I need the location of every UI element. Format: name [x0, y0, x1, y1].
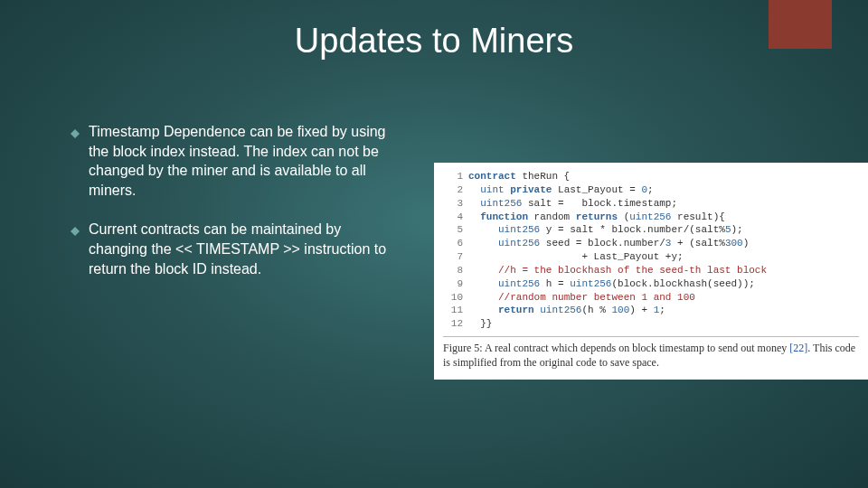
code-content: }}: [468, 317, 492, 331]
code-content: uint private Last_Payout = 0;: [468, 183, 654, 197]
svg-marker-1: [71, 227, 80, 236]
code-figure: 1contract theRun {2 uint private Last_Pa…: [434, 163, 868, 380]
line-number: 7: [443, 250, 463, 264]
code-content: + Last_Payout +y;: [468, 250, 684, 264]
citation-ref: [22]: [789, 342, 807, 354]
code-block: 1contract theRun {2 uint private Last_Pa…: [443, 170, 859, 331]
bullet-text: Current contracts can be maintained by c…: [89, 220, 396, 278]
slide-title: Updates to Miners: [0, 22, 868, 61]
line-number: 11: [443, 304, 463, 317]
code-line: 2 uint private Last_Payout = 0;: [443, 183, 859, 197]
line-number: 8: [443, 264, 463, 277]
line-number: 1: [443, 170, 463, 183]
code-line: 8 //h = the blockhash of the seed-th las…: [443, 264, 859, 277]
line-number: 2: [443, 183, 463, 197]
bullet-list: Timestamp Dependence can be fixed by usi…: [71, 122, 396, 298]
line-number: 3: [443, 197, 463, 211]
code-content: contract theRun {: [468, 170, 570, 183]
svg-marker-0: [71, 129, 80, 138]
line-number: 5: [443, 223, 463, 237]
code-line: 6 uint256 seed = block.number/3 + (salt%…: [443, 237, 859, 250]
code-line: 5 uint256 y = salt * block.number/(salt%…: [443, 223, 859, 237]
code-content: uint256 y = salt * block.number/(salt%5)…: [468, 223, 743, 237]
code-line: 12 }}: [443, 317, 859, 331]
diamond-icon: [71, 223, 80, 239]
list-item: Current contracts can be maintained by c…: [71, 220, 396, 278]
line-number: 6: [443, 237, 463, 250]
code-content: uint256 salt = block.timestamp;: [468, 197, 677, 211]
line-number: 10: [443, 291, 463, 305]
code-line: 10 //random number between 1 and 100: [443, 291, 859, 305]
code-line: 3 uint256 salt = block.timestamp;: [443, 197, 859, 211]
line-number: 12: [443, 317, 463, 331]
list-item: Timestamp Dependence can be fixed by usi…: [71, 122, 396, 200]
diamond-icon: [71, 126, 80, 142]
bullet-text: Timestamp Dependence can be fixed by usi…: [89, 122, 396, 200]
code-content: return uint256(h % 100) + 1;: [468, 304, 665, 317]
code-content: function random returns (uint256 result)…: [468, 211, 725, 224]
code-line: 11 return uint256(h % 100) + 1;: [443, 304, 859, 317]
figure-caption: Figure 5: A real contract which depends …: [443, 341, 859, 370]
code-line: 7 + Last_Payout +y;: [443, 250, 859, 264]
line-number: 9: [443, 277, 463, 291]
code-content: //random number between 1 and 100: [468, 291, 695, 305]
code-content: uint256 h = uint256(block.blockhash(seed…: [468, 277, 755, 291]
line-number: 4: [443, 211, 463, 224]
code-line: 4 function random returns (uint256 resul…: [443, 211, 859, 224]
code-content: //h = the blockhash of the seed-th last …: [468, 264, 767, 277]
divider: [443, 336, 859, 337]
code-content: uint256 seed = block.number/3 + (salt%30…: [468, 237, 749, 250]
code-line: 1contract theRun {: [443, 170, 859, 183]
code-line: 9 uint256 h = uint256(block.blockhash(se…: [443, 277, 859, 291]
caption-text: Figure 5: A real contract which depends …: [443, 342, 789, 354]
